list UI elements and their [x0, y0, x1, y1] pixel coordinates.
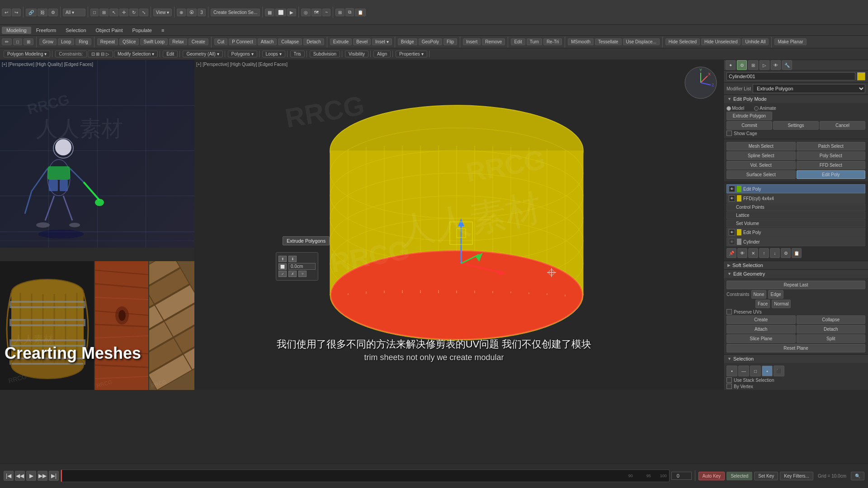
detach-btn[interactable]: Detach: [303, 38, 324, 45]
sel-vertex-btn[interactable]: •: [726, 366, 737, 376]
barrel-thumbnail[interactable]: RRCG 人人素材: [0, 261, 95, 390]
polygon-modeling-btn[interactable]: Polygon Modeling ▾: [4, 51, 50, 57]
edit-geo-header[interactable]: ▼ Edit Geometry: [724, 270, 868, 278]
turn-btn[interactable]: Turn: [527, 38, 542, 45]
edit-icon2[interactable]: ⊞: [24, 38, 33, 45]
extrude-btn[interactable]: Extrude: [330, 38, 352, 45]
move-btn[interactable]: ✛: [119, 9, 128, 16]
menu-more[interactable]: ≡: [157, 27, 169, 34]
stack-ffd[interactable]: 👁 FFD(cyl) 4x4x4: [726, 194, 865, 203]
prev-key-btn[interactable]: ◀◀: [15, 471, 25, 481]
extrude-icon1[interactable]: ⬆: [278, 256, 287, 262]
render-frame-btn[interactable]: ⬜: [275, 9, 286, 16]
inset-btn[interactable]: Inset ▾: [372, 38, 392, 45]
bridge-btn[interactable]: Bridge: [398, 38, 417, 45]
repeat-btn[interactable]: Repeat: [97, 38, 118, 45]
rp-motion-icon[interactable]: ▷: [760, 60, 769, 70]
none-btn[interactable]: None: [751, 290, 767, 299]
use-stack-cb[interactable]: [726, 377, 732, 383]
ring-btn[interactable]: Ring: [75, 38, 91, 45]
render-prod-btn[interactable]: ▶: [287, 9, 296, 16]
vis-icon3[interactable]: 👁: [729, 229, 735, 235]
sel-poly-btn[interactable]: ▪: [762, 366, 773, 376]
scale-btn[interactable]: ⤡: [139, 9, 148, 16]
mesh-select-btn[interactable]: Mesh Select: [726, 142, 796, 150]
sel-element-btn[interactable]: ⬛: [774, 366, 784, 376]
rp-modify-icon[interactable]: ⚙: [737, 60, 747, 70]
select-region-btn[interactable]: □: [90, 9, 99, 16]
align-btn[interactable]: Align: [373, 51, 391, 57]
sel-edge-btn[interactable]: ―: [738, 366, 749, 376]
visibility-btn[interactable]: Visibility: [345, 51, 368, 57]
extrude-controls[interactable]: ⬆ ⬇ ⬜ 0.0cm ✓ ✗ ?: [276, 252, 318, 281]
bevel-btn[interactable]: Bevel: [353, 38, 371, 45]
stack-cfg-btn[interactable]: ⚙: [781, 248, 791, 258]
stack-edit-poly-top[interactable]: 👁 Edit Poly: [726, 184, 865, 193]
flip-btn[interactable]: Flip: [443, 38, 457, 45]
modify-selection-btn[interactable]: Modify Selection ▾: [114, 51, 158, 57]
time-slider[interactable]: 90 95 100: [61, 469, 670, 482]
poly-select-btn[interactable]: Poly Select: [797, 151, 866, 160]
bind-btn[interactable]: ⚙: [48, 9, 58, 16]
loop-btn[interactable]: Loop: [58, 38, 74, 45]
key-filters-btn[interactable]: Key Filters...: [780, 472, 813, 480]
cancel-btn[interactable]: Cancel: [820, 121, 865, 130]
geometry-all-btn[interactable]: Geometry (All) ▾: [183, 51, 222, 57]
snap-btn[interactable]: ⊕: [177, 9, 186, 16]
prev-frame-btn[interactable]: |◀: [4, 471, 14, 481]
edit-icon-btn[interactable]: ✏: [2, 38, 12, 45]
pconnect-btn[interactable]: P Connect: [229, 38, 256, 45]
gizmo-widget[interactable]: X Y Z: [683, 65, 719, 101]
vis-icon2[interactable]: 👁: [729, 195, 735, 202]
hide-selected-btn[interactable]: Hide Selected: [665, 38, 700, 45]
stack-vis-btn[interactable]: 👁: [737, 248, 747, 258]
loops-btn[interactable]: Loops ▾: [262, 51, 285, 57]
by-vertex-cb[interactable]: [726, 384, 732, 389]
extrude-icon4[interactable]: ✓: [278, 271, 287, 277]
auto-key-btn[interactable]: Auto Key: [698, 472, 725, 480]
spline-select-btn[interactable]: Spline Select: [726, 151, 796, 160]
frame-number-input[interactable]: [671, 472, 692, 480]
geopoly-btn[interactable]: GeoPoly: [419, 38, 442, 45]
stack-ctrl-points[interactable]: Control Points: [726, 203, 865, 211]
collapse2-btn[interactable]: Collapse: [797, 315, 866, 324]
attach2-btn[interactable]: Attach: [726, 325, 796, 333]
play-btn[interactable]: ▶: [26, 471, 36, 481]
stack-lattice[interactable]: Lattice: [726, 211, 865, 219]
stack-set-vol[interactable]: Set Volume: [726, 220, 865, 227]
face-btn[interactable]: Face: [755, 300, 770, 308]
rp-utilities-icon[interactable]: 🔧: [782, 60, 792, 70]
insert-btn[interactable]: Insert: [463, 38, 481, 45]
cut-btn[interactable]: Cut: [214, 38, 228, 45]
view-dropdown[interactable]: View ▾: [153, 9, 172, 16]
use-displace-btn[interactable]: Use Displace...: [623, 38, 660, 45]
polygons-btn[interactable]: Polygons ▾: [228, 51, 257, 57]
edge-btn[interactable]: Edge: [768, 290, 783, 299]
map-btn[interactable]: 🗺: [311, 9, 321, 16]
vis-icon1[interactable]: 👁: [729, 186, 735, 192]
vol-select-btn[interactable]: Vol. Select: [726, 161, 796, 169]
stack-up-btn[interactable]: ↑: [759, 248, 769, 258]
detach2-btn[interactable]: Detach: [797, 325, 866, 333]
remove-btn[interactable]: Remove: [482, 38, 505, 45]
menu-objectpaint[interactable]: Object Paint: [91, 27, 127, 34]
edit-poly-mode-btn[interactable]: Edit Poly: [797, 170, 866, 179]
rp-hierarchy-icon[interactable]: ⊞: [748, 60, 758, 70]
selection-header[interactable]: ▼ Selection: [724, 355, 868, 363]
stack-pin-btn[interactable]: 📌: [726, 248, 736, 258]
window-cross-btn[interactable]: ⊞: [99, 9, 108, 16]
undo-btn[interactable]: ↩: [2, 9, 11, 16]
split-btn[interactable]: Split: [797, 334, 866, 343]
commit-btn[interactable]: Commit: [726, 121, 772, 130]
extrude-icon5[interactable]: ✗: [288, 271, 297, 277]
layer-btn[interactable]: ⧉: [345, 8, 354, 16]
menu-populate[interactable]: Populate: [127, 27, 156, 34]
qslice-btn[interactable]: QSlice: [119, 38, 139, 45]
surface-select-btn[interactable]: Surface Select: [726, 170, 796, 179]
edit-poly-mode-header[interactable]: ▼ Edit Poly Mode: [724, 95, 868, 103]
render-setup-btn[interactable]: ▦: [265, 9, 274, 16]
relax-btn[interactable]: Relax: [169, 38, 187, 45]
normal-btn[interactable]: Normal: [772, 300, 791, 308]
extrude-poly-btn[interactable]: Extrude Polygon: [726, 112, 772, 120]
tris-btn[interactable]: Tris: [290, 51, 305, 57]
